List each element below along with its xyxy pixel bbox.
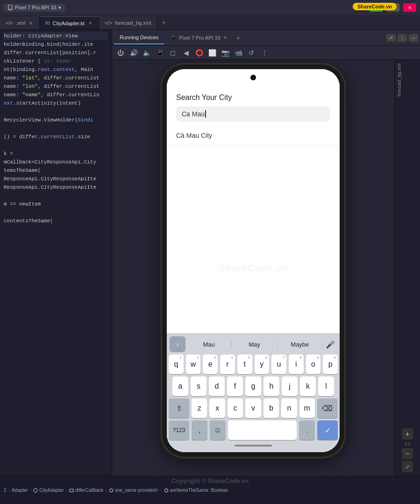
dp-tab-close[interactable]: ✕ (223, 35, 227, 40)
kb-key-d[interactable]: d (209, 376, 225, 396)
svg-rect-3 (70, 489, 73, 492)
kb-key-s[interactable]: s (191, 376, 206, 396)
zoom-label: 1:1 (405, 441, 411, 446)
bc-adapter[interactable]: Adapter (12, 488, 28, 493)
kb-key-u[interactable]: 7u (271, 355, 286, 374)
kb-emoji-key[interactable]: ☺ (210, 420, 226, 440)
tb-screenshot-icon[interactable]: ◻ (168, 49, 178, 57)
phone-frame: Search Your City Ca Mau Cà Mau City (162, 64, 344, 457)
kb-del-key[interactable]: ⌫ (317, 398, 338, 418)
kb-key-g[interactable]: g (245, 376, 261, 396)
zoom-in-btn[interactable]: + (402, 428, 413, 440)
gesture-bar (169, 441, 338, 450)
kb-key-i[interactable]: 8i (289, 355, 304, 374)
bc-cityadapter[interactable]: CityAdapter (33, 488, 64, 493)
tb-more-icon[interactable]: ⋮ (260, 49, 269, 57)
kb-row-qp: 1q 2w 3e 4r 5t 6y 7u 8i 9o (169, 355, 338, 374)
editor-tab-bar: </> .xml ✕ Kt CityAdapter.kt ✕ </> forec… (0, 15, 420, 30)
kb-key-x[interactable]: x (209, 398, 225, 418)
zoom-out-btn[interactable]: − (402, 448, 413, 459)
kb-key-c[interactable]: c (228, 398, 243, 418)
kb-key-p[interactable]: 0p (323, 355, 338, 374)
tab-cityadapter-icon: Kt (45, 21, 50, 26)
kb-key-l[interactable]: l (318, 376, 334, 396)
kb-key-j[interactable]: j (282, 376, 298, 396)
new-tab-btn[interactable]: + (157, 19, 171, 26)
tab-cityadapter[interactable]: Kt CityAdapter.kt ✕ (40, 16, 99, 29)
tab-xml-close[interactable]: ✕ (28, 20, 34, 26)
dp-tab-pixel[interactable]: 📱 Pixel 7 Pro API 33 ✕ (165, 31, 233, 44)
svg-point-4 (109, 489, 113, 492)
bc-differcallback[interactable]: differCallback (69, 488, 103, 493)
kb-key-f[interactable]: f (227, 376, 243, 396)
kb-key-b[interactable]: b (263, 398, 279, 418)
tab-forecast-xml[interactable]: </> forecast_bg.xml (99, 16, 157, 29)
kb-suggest-mau[interactable]: Mau (186, 341, 232, 348)
kb-row-al: a s d f g h j k l (169, 376, 338, 396)
phone-screen: Search Your City Ca Mau Cà Mau City (167, 86, 340, 452)
bc-snename[interactable]: sne_name provided> (109, 488, 159, 493)
kb-key-q[interactable]: 1q (169, 355, 184, 374)
phone-camera (250, 75, 256, 80)
fit-btn[interactable]: ⤢ (402, 461, 413, 472)
dp-win-btns: ⤢ ⋮ – (386, 34, 418, 42)
xml-pane-label: forecast_bg.xml (395, 60, 420, 100)
tb-volume-icon[interactable]: 🔊 (129, 49, 138, 57)
svg-point-2 (34, 489, 37, 492)
kb-key-t[interactable]: 5t (237, 355, 252, 374)
device-toolbar: ⏻ 🔊 🔈 📱 ◻ ◀ ⭕ ⬜ 📷 📹 ↺ ⋮ (112, 46, 420, 60)
tab-xml[interactable]: </> .xml ✕ (0, 16, 40, 29)
search-cursor (205, 110, 206, 118)
kb-key-w[interactable]: 2w (186, 355, 201, 374)
kb-key-h[interactable]: h (263, 376, 279, 396)
kb-key-k[interactable]: k (300, 376, 316, 396)
kb-key-a[interactable]: a (172, 376, 188, 396)
kb-suggest-maybe[interactable]: Maybe (278, 341, 323, 348)
tb-vol-down-icon[interactable]: 🔈 (142, 49, 151, 57)
keyboard-suggestions: › Mau May Maybe 🎤 (169, 336, 338, 353)
dp-new-tab[interactable]: + (234, 34, 243, 42)
phone-status-bar (167, 69, 340, 86)
kb-suggestions-arrow[interactable]: › (170, 336, 185, 352)
kb-done-key[interactable]: ✓ (317, 420, 338, 440)
tb-recent-icon[interactable]: ⬜ (207, 49, 217, 57)
code-content: holder: CityAdapter.View holderBinding.b… (0, 30, 112, 227)
svg-point-5 (164, 489, 168, 492)
dp-hide-btn[interactable]: – (409, 34, 418, 42)
tab-cityadapter-close[interactable]: ✕ (87, 20, 93, 26)
kb-key-m[interactable]: m (299, 398, 315, 418)
os-bar-left: Pixel 7 Pro API 33 ▾ (4, 4, 65, 12)
tb-refresh-icon[interactable]: ↺ (247, 49, 256, 57)
kb-key-v[interactable]: v (245, 398, 261, 418)
device-frame-area: ShareCode.vn Sear (112, 60, 394, 476)
kb-mic-icon[interactable]: 🎤 (323, 337, 338, 352)
kb-key-r[interactable]: 4r (220, 355, 235, 374)
kb-suggest-may[interactable]: May (232, 341, 277, 348)
kb-space-key[interactable] (228, 420, 297, 440)
kb-key-e[interactable]: 3e (203, 355, 218, 374)
bc-2[interactable]: 2 (4, 488, 7, 493)
close-btn[interactable]: ✕ (403, 3, 416, 12)
bc-areitemsthesame[interactable]: areItemsTheSame: Boolean (164, 488, 228, 493)
tb-back-icon[interactable]: ◀ (181, 49, 191, 57)
kb-row-zm: ⇧ z x c v b n m ⌫ (169, 398, 338, 418)
device-label[interactable]: Pixel 7 Pro API 33 ▾ (4, 4, 65, 12)
kb-key-y[interactable]: 6y (255, 355, 270, 374)
dp-restore-btn[interactable]: ⤢ (386, 34, 396, 42)
dp-tab-running[interactable]: Running Devices (114, 31, 164, 44)
tb-power-icon[interactable]: ⏻ (116, 49, 125, 57)
kb-shift-key[interactable]: ⇧ (169, 398, 189, 418)
kb-key-o[interactable]: 9o (306, 355, 321, 374)
dp-menu-btn[interactable]: ⋮ (398, 34, 407, 42)
tb-home-icon[interactable]: ⭕ (194, 49, 204, 57)
kb-num-key[interactable]: ?123 (169, 420, 189, 440)
kb-key-n[interactable]: n (281, 398, 297, 418)
search-result-item[interactable]: Cà Mau City (167, 125, 340, 146)
kb-comma-key[interactable]: , (192, 420, 207, 440)
kb-key-z[interactable]: z (192, 398, 207, 418)
tb-rotate-icon[interactable]: 📱 (155, 49, 164, 57)
kb-period-key[interactable]: . (299, 420, 315, 440)
tb-camera-icon[interactable]: 📷 (221, 49, 230, 57)
search-box[interactable]: Ca Mau (176, 106, 330, 121)
tb-video-icon[interactable]: 📹 (234, 49, 243, 57)
